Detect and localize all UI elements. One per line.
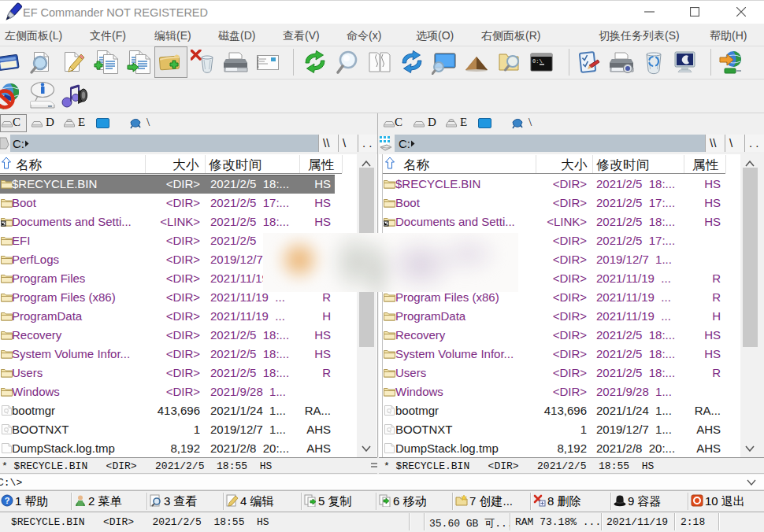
svg-text:?: ? (5, 496, 10, 505)
svg-text:0:\: 0:\ (532, 58, 543, 65)
